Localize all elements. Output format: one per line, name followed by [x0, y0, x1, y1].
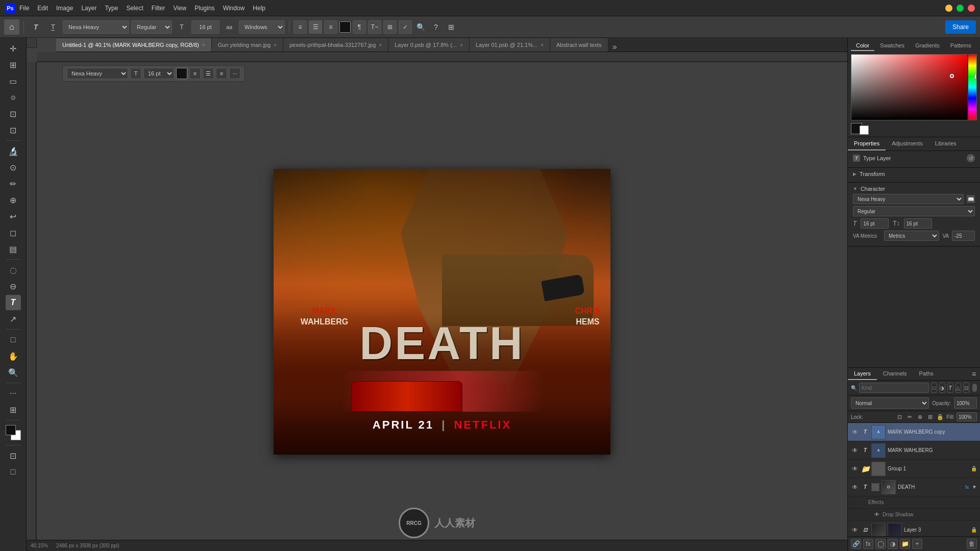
extra-tool[interactable]: ⊞ — [6, 402, 21, 417]
floating-font-select[interactable]: Nexa Heavy — [67, 68, 128, 79]
properties-tab[interactable]: Properties — [848, 137, 886, 151]
foreground-color[interactable] — [6, 425, 16, 435]
transform-header[interactable]: ▶ Transform — [853, 171, 975, 177]
menu-layer[interactable]: Layer — [81, 5, 96, 12]
tab-close-pexels[interactable]: × — [379, 42, 382, 48]
antialiasing-select[interactable]: Windows — [239, 20, 285, 34]
floating-align-center[interactable]: ☰ — [203, 68, 214, 79]
menu-image[interactable]: Image — [56, 5, 73, 12]
layers-tab[interactable]: Layers — [848, 368, 877, 380]
visibility-mark[interactable]: 👁 — [851, 446, 859, 455]
layers-search[interactable] — [859, 383, 929, 393]
opacity-input[interactable]: 100% — [954, 397, 977, 409]
color-picker-area[interactable] — [851, 55, 967, 120]
character-header[interactable]: ▼ Character — [853, 186, 975, 192]
align-center-button[interactable]: ☰ — [309, 20, 322, 34]
tab-abstract[interactable]: Abstract wall texts — [550, 38, 608, 52]
props-font-style[interactable]: Regular — [853, 206, 975, 216]
tab-close-gun[interactable]: × — [274, 42, 277, 48]
background-color-swatch[interactable] — [860, 126, 869, 135]
menu-file[interactable]: File — [19, 5, 29, 12]
move-tool[interactable]: ✛ — [6, 41, 21, 56]
color-spectrum[interactable] — [851, 54, 977, 120]
new-layer-btn[interactable]: + — [912, 539, 922, 549]
swatches-tab[interactable]: Swatches — [875, 41, 910, 51]
brush-tool[interactable]: ✏ — [6, 176, 21, 191]
search-button[interactable]: 🔍 — [414, 20, 427, 34]
blend-mode-select[interactable]: Normal — [851, 397, 929, 409]
layer-mark-wahlberg-copy[interactable]: 👁 T A MARK WAHLBERG copy — [848, 423, 980, 441]
filter-kind-icon[interactable]: 🔍 — [851, 385, 857, 391]
more-tools[interactable]: ··· — [6, 386, 21, 401]
align-right-button[interactable]: ≡ — [324, 20, 337, 34]
menu-help[interactable]: Help — [253, 5, 265, 12]
channels-tab[interactable]: Channels — [877, 368, 913, 380]
reset-transform-btn[interactable]: ↺ — [967, 154, 975, 162]
tab-layer01[interactable]: Layer 01.psb @ 21.1%... × — [470, 38, 550, 52]
floating-color-btn[interactable] — [176, 68, 187, 79]
tab-layer0[interactable]: Layer 0.psb @ 17.8% (... × — [388, 38, 470, 52]
cancel-transform-button[interactable]: ✓ — [399, 20, 412, 34]
fill-input[interactable]: 100% — [957, 412, 977, 421]
adjustments-tab[interactable]: Adjustments — [886, 137, 929, 151]
floating-more[interactable]: ··· — [229, 68, 240, 79]
libraries-tab[interactable]: Libraries — [929, 137, 963, 151]
rectangle-tool[interactable]: □ — [6, 332, 21, 347]
arrange-button[interactable]: ⊞ — [445, 20, 458, 34]
warp-text-icon[interactable]: T̲ — [45, 19, 61, 35]
object-select-tool[interactable]: ⊡ — [6, 106, 21, 121]
props-tracking-select[interactable]: Metrics — [884, 231, 939, 241]
add-mask-btn[interactable]: ◯ — [875, 539, 886, 549]
smart-filter[interactable]: ⊡ — [963, 383, 969, 393]
adjustment-filter[interactable]: ◑ — [939, 383, 945, 393]
tab-overflow[interactable]: » — [608, 42, 621, 52]
layer-group1[interactable]: 👁 📁 Group 1 🔒 — [848, 460, 980, 478]
home-button[interactable]: ⌂ — [4, 19, 19, 35]
minimize-button[interactable]: − — [945, 5, 952, 12]
lock-all-btn[interactable]: 🔒 — [936, 413, 944, 421]
lock-transparent-btn[interactable]: ⊡ — [895, 413, 903, 421]
blur-tool[interactable]: ◌ — [6, 262, 21, 278]
link-layers-btn[interactable]: 🔗 — [851, 539, 861, 549]
new-adjustment-btn[interactable]: ◑ — [888, 539, 898, 549]
hand-tool[interactable]: ✋ — [6, 348, 21, 364]
tab-close-layer0[interactable]: × — [460, 42, 463, 48]
gradient-tool[interactable]: ▤ — [6, 241, 21, 257]
visibility-death[interactable]: 👁 — [851, 483, 859, 491]
type-filter[interactable]: T — [947, 383, 953, 393]
gradients-tab[interactable]: Gradients — [910, 41, 945, 51]
share-button[interactable]: Share — [945, 20, 976, 34]
text-tool-icon[interactable]: T — [28, 19, 43, 35]
layer-mark-wahlberg[interactable]: 👁 T A MARK WAHLBERG — [848, 441, 980, 460]
lock-artboard-btn[interactable]: ⊞ — [926, 413, 934, 421]
menu-type[interactable]: Type — [105, 5, 118, 12]
spot-heal-tool[interactable]: ⊙ — [6, 160, 21, 175]
more-options-button[interactable]: ⊞ — [383, 20, 397, 34]
history-brush-tool[interactable]: ↩ — [6, 209, 21, 224]
visibility-mark-copy[interactable]: 👁 — [851, 428, 859, 436]
delete-layer-btn[interactable]: 🗑 — [967, 539, 977, 549]
props-font-family[interactable]: Nexa Heavy — [853, 194, 964, 204]
font-style-select[interactable]: Regular — [131, 20, 172, 34]
font-size-input[interactable] — [191, 20, 219, 34]
menu-view[interactable]: View — [173, 5, 186, 12]
maximize-button[interactable]: □ — [957, 5, 964, 12]
floating-align-right[interactable]: ≡ — [216, 68, 227, 79]
type-layer-header[interactable]: T Type Layer ↺ — [853, 154, 975, 162]
props-kerning[interactable] — [952, 231, 975, 241]
layer-death[interactable]: 👁 T D DEATH fx ▼ — [848, 478, 980, 496]
shape-filter[interactable]: △ — [955, 383, 962, 393]
eraser-tool[interactable]: ◻ — [6, 225, 21, 240]
menu-filter[interactable]: Filter — [152, 5, 165, 12]
tab-gun[interactable]: Gun yielding man.jpg × — [212, 38, 283, 52]
menu-window[interactable]: Window — [223, 5, 245, 12]
pixel-filter[interactable]: □ — [931, 383, 937, 393]
clone-stamp-tool[interactable]: ⊕ — [6, 192, 21, 208]
new-group-btn[interactable]: 📁 — [900, 539, 910, 549]
menu-edit[interactable]: Edit — [37, 5, 48, 12]
color-swatch-btn[interactable] — [339, 21, 351, 33]
font-family-select[interactable]: Nexa Heavy — [63, 20, 129, 34]
artboard-tool[interactable]: ⊞ — [6, 57, 21, 72]
layer-layer3[interactable]: 👁 ⊡ Layer 3 🔒 — [848, 521, 980, 536]
lock-image-btn[interactable]: ✏ — [905, 413, 914, 421]
